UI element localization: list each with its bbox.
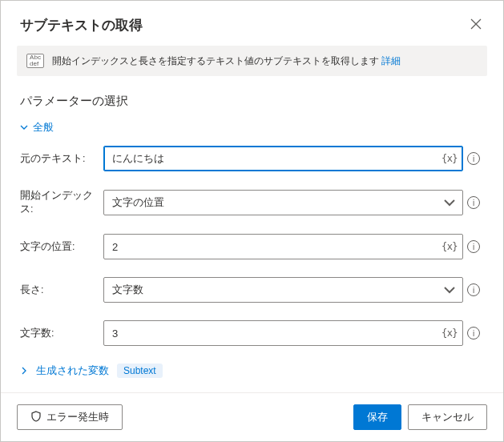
chevron-down-icon [442, 195, 457, 210]
label-start-index: 開始インデックス: [20, 189, 103, 216]
original-text-input[interactable] [103, 146, 463, 171]
row-char-position: 文字の位置: {x} i [20, 234, 484, 259]
generated-variables[interactable]: 生成された変数 Subtext [20, 364, 484, 378]
length-value: 文字数 [112, 283, 143, 297]
variable-badge[interactable]: Subtext [117, 364, 163, 378]
save-label: 保存 [367, 410, 388, 424]
start-index-select[interactable]: 文字の位置 [103, 190, 463, 215]
close-icon [470, 18, 482, 32]
start-index-value: 文字の位置 [112, 195, 164, 210]
dialog-title: サブテキストの取得 [20, 16, 143, 34]
generated-variables-label: 生成された変数 [36, 364, 109, 378]
cancel-label: キャンセル [421, 410, 474, 424]
group-general[interactable]: 全般 [20, 120, 484, 135]
info-banner: Abcdef 開始インデックスと長さを指定するテキスト値のサブテキストを取得しま… [17, 46, 487, 76]
info-text-wrap: 開始インデックスと長さを指定するテキスト値のサブテキストを取得します 詳細 [52, 54, 401, 68]
close-button[interactable] [465, 14, 487, 36]
variable-picker-icon[interactable]: {x} [442, 326, 457, 340]
info-icon[interactable]: i [467, 283, 480, 296]
chevron-down-icon [20, 123, 28, 131]
row-original-text: 元のテキスト: {x} i [20, 146, 484, 171]
char-position-input[interactable] [103, 234, 463, 259]
row-length: 長さ: 文字数 i [20, 277, 484, 303]
variable-picker-icon[interactable]: {x} [442, 151, 457, 166]
dialog-header: サブテキストの取得 [1, 1, 503, 46]
row-char-count: 文字数: {x} i [20, 320, 484, 346]
info-icon[interactable]: i [467, 152, 480, 165]
info-text: 開始インデックスと長さを指定するテキスト値のサブテキストを取得します [52, 55, 379, 66]
label-char-position: 文字の位置: [20, 240, 103, 254]
length-select[interactable]: 文字数 [103, 277, 463, 303]
on-error-button[interactable]: エラー発生時 [17, 404, 123, 430]
chevron-right-icon [20, 367, 28, 375]
cancel-button[interactable]: キャンセル [408, 404, 487, 430]
char-count-input[interactable] [103, 320, 463, 346]
label-char-count: 文字数: [20, 327, 103, 340]
info-link[interactable]: 詳細 [381, 55, 401, 66]
info-icon[interactable]: i [467, 327, 480, 340]
shield-icon [30, 411, 42, 424]
save-button[interactable]: 保存 [353, 404, 401, 430]
text-action-icon: Abcdef [26, 54, 44, 68]
label-length: 長さ: [20, 283, 103, 297]
variable-picker-icon[interactable]: {x} [442, 239, 457, 254]
label-original-text: 元のテキスト: [20, 152, 103, 166]
on-error-label: エラー発生時 [46, 410, 109, 424]
row-start-index: 開始インデックス: 文字の位置 i [20, 189, 484, 216]
info-icon[interactable]: i [467, 196, 480, 209]
group-general-label: 全般 [33, 120, 54, 135]
dialog-footer: エラー発生時 保存 キャンセル [1, 392, 503, 441]
section-title: パラメーターの選択 [20, 94, 484, 109]
dialog-body: パラメーターの選択 全般 元のテキスト: {x} i 開始インデックス: 文字の… [1, 86, 503, 392]
info-icon[interactable]: i [467, 240, 480, 253]
dialog: サブテキストの取得 Abcdef 開始インデックスと長さを指定するテキスト値のサ… [0, 0, 504, 442]
chevron-down-icon [442, 283, 457, 297]
